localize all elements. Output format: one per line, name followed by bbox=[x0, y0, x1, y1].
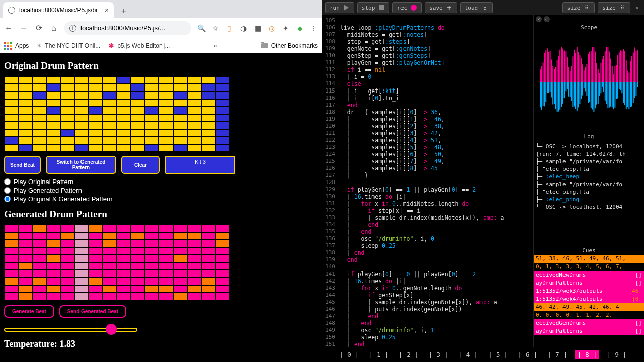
grid-cell[interactable] bbox=[201, 240, 215, 247]
grid-cell[interactable] bbox=[145, 92, 159, 99]
other-bookmarks[interactable]: Other Bookmarks bbox=[261, 42, 318, 49]
buffer-tab-5[interactable]: | 5 | bbox=[486, 350, 510, 359]
grid-cell[interactable] bbox=[32, 262, 46, 270]
grid-cell[interactable] bbox=[201, 278, 215, 285]
grid-cell[interactable] bbox=[46, 262, 60, 270]
grid-cell[interactable] bbox=[131, 255, 145, 262]
grid-cell[interactable] bbox=[117, 84, 131, 92]
grid-cell[interactable] bbox=[159, 247, 173, 255]
grid-cell[interactable] bbox=[18, 99, 32, 107]
forward-button[interactable]: → bbox=[19, 24, 28, 33]
grid-cell[interactable] bbox=[159, 114, 173, 122]
grid-cell[interactable] bbox=[131, 76, 145, 84]
grid-cell[interactable] bbox=[74, 129, 89, 137]
grid-cell[interactable] bbox=[187, 255, 201, 262]
grid-cell[interactable] bbox=[60, 293, 74, 300]
grid-cell[interactable] bbox=[159, 232, 173, 240]
radio-original[interactable]: Play Original Pattern bbox=[4, 178, 318, 186]
grid-cell[interactable] bbox=[131, 270, 145, 278]
grid-cell[interactable] bbox=[145, 270, 159, 278]
grid-cell[interactable] bbox=[215, 232, 229, 240]
grid-cell[interactable] bbox=[159, 225, 173, 232]
grid-cell[interactable] bbox=[32, 107, 46, 114]
grid-cell[interactable] bbox=[201, 262, 215, 270]
grid-cell[interactable] bbox=[4, 285, 18, 293]
grid-cell[interactable] bbox=[201, 270, 215, 278]
grid-cell[interactable] bbox=[89, 255, 103, 262]
grid-cell[interactable] bbox=[215, 270, 229, 278]
grid-cell[interactable] bbox=[4, 122, 18, 129]
grid-cell[interactable] bbox=[131, 240, 145, 247]
grid-cell[interactable] bbox=[32, 92, 46, 99]
grid-cell[interactable] bbox=[201, 255, 215, 262]
grid-cell[interactable] bbox=[60, 137, 74, 144]
grid-cell[interactable] bbox=[187, 84, 201, 92]
grid-cell[interactable] bbox=[103, 122, 117, 129]
save-button[interactable]: save+ bbox=[425, 2, 457, 13]
grid-cell[interactable] bbox=[74, 293, 89, 300]
grid-cell[interactable] bbox=[89, 285, 103, 293]
grid-cell[interactable] bbox=[201, 114, 215, 122]
grid-cell[interactable] bbox=[145, 293, 159, 300]
grid-cell[interactable] bbox=[215, 84, 229, 92]
grid-cell[interactable] bbox=[201, 232, 215, 240]
grid-cell[interactable] bbox=[4, 262, 18, 270]
grid-cell[interactable] bbox=[201, 107, 215, 114]
grid-cell[interactable] bbox=[89, 107, 103, 114]
ext2-icon[interactable]: ▦ bbox=[254, 24, 262, 32]
grid-cell[interactable] bbox=[215, 225, 229, 232]
overflow-icon[interactable]: » bbox=[633, 4, 641, 11]
grid-cell[interactable] bbox=[74, 92, 89, 99]
generated-pattern-grid[interactable] bbox=[4, 225, 318, 300]
temperature-slider[interactable] bbox=[4, 325, 137, 335]
grid-cell[interactable] bbox=[201, 293, 215, 300]
run-button[interactable]: run bbox=[325, 2, 354, 13]
grid-cell[interactable] bbox=[18, 278, 32, 285]
grid-cell[interactable] bbox=[117, 285, 131, 293]
grid-cell[interactable] bbox=[74, 278, 89, 285]
generate-beat-button[interactable]: Generate Beat bbox=[4, 305, 54, 318]
grid-cell[interactable] bbox=[32, 137, 46, 144]
grid-cell[interactable] bbox=[117, 122, 131, 129]
grid-cell[interactable] bbox=[131, 99, 145, 107]
grid-cell[interactable] bbox=[159, 99, 173, 107]
grid-cell[interactable] bbox=[4, 225, 18, 232]
grid-cell[interactable] bbox=[103, 270, 117, 278]
grid-cell[interactable] bbox=[159, 144, 173, 152]
close-icon[interactable]: × bbox=[105, 6, 109, 14]
buffer-tab-0[interactable]: | 0 | bbox=[337, 350, 361, 359]
grid-cell[interactable] bbox=[74, 225, 89, 232]
grid-cell[interactable] bbox=[187, 232, 201, 240]
grid-cell[interactable] bbox=[74, 144, 89, 152]
grid-cell[interactable] bbox=[187, 240, 201, 247]
grid-cell[interactable] bbox=[46, 270, 60, 278]
grid-cell[interactable] bbox=[159, 278, 173, 285]
grid-cell[interactable] bbox=[103, 293, 117, 300]
grid-cell[interactable] bbox=[60, 122, 74, 129]
grid-cell[interactable] bbox=[215, 144, 229, 152]
grid-cell[interactable] bbox=[215, 262, 229, 270]
grid-cell[interactable] bbox=[145, 225, 159, 232]
grid-cell[interactable] bbox=[117, 144, 131, 152]
grid-cell[interactable] bbox=[18, 262, 32, 270]
grid-cell[interactable] bbox=[215, 76, 229, 84]
grid-cell[interactable] bbox=[89, 76, 103, 84]
grid-cell[interactable] bbox=[18, 247, 32, 255]
send-generated-button[interactable]: Send Generated Beat bbox=[59, 305, 126, 318]
grid-cell[interactable] bbox=[117, 92, 131, 99]
rec-button[interactable]: rec bbox=[392, 2, 422, 13]
grid-cell[interactable] bbox=[103, 84, 117, 92]
grid-cell[interactable] bbox=[46, 122, 60, 129]
grid-cell[interactable] bbox=[131, 278, 145, 285]
grid-cell[interactable] bbox=[201, 247, 215, 255]
grid-cell[interactable] bbox=[117, 232, 131, 240]
grid-cell[interactable] bbox=[32, 293, 46, 300]
grid-cell[interactable] bbox=[215, 122, 229, 129]
grid-cell[interactable] bbox=[4, 107, 18, 114]
grid-cell[interactable] bbox=[159, 255, 173, 262]
grid-cell[interactable] bbox=[60, 285, 74, 293]
grid-cell[interactable] bbox=[103, 232, 117, 240]
grid-cell[interactable] bbox=[74, 76, 89, 84]
grid-cell[interactable] bbox=[32, 84, 46, 92]
grid-cell[interactable] bbox=[74, 137, 89, 144]
